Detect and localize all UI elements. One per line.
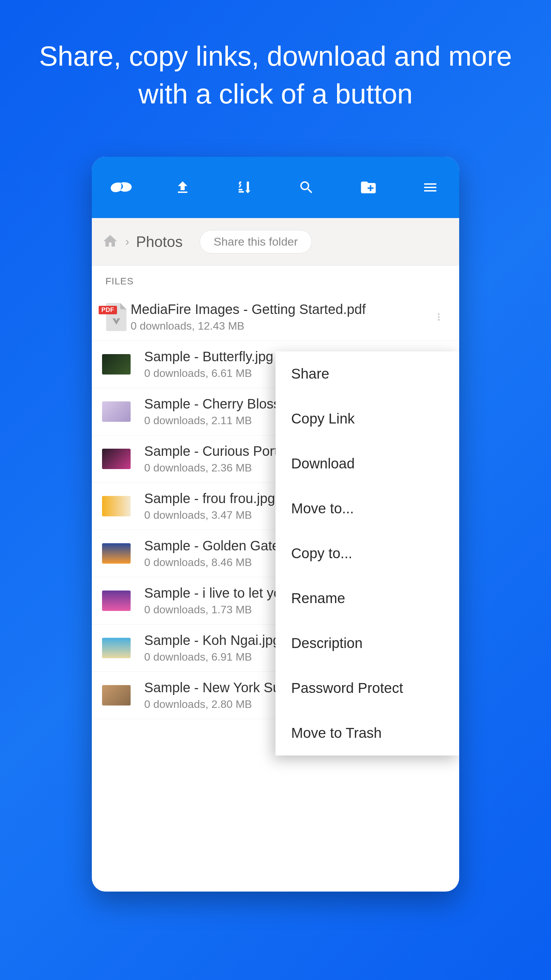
chevron-right-icon: › <box>125 235 129 249</box>
new-folder-icon[interactable] <box>353 172 384 203</box>
menu-description[interactable]: Description <box>276 621 459 666</box>
image-thumbnail <box>102 685 131 705</box>
file-row[interactable]: PDF MediaFire Images - Getting Started.p… <box>92 294 459 341</box>
menu-download[interactable]: Download <box>276 441 459 486</box>
menu-password-protect[interactable]: Password Protect <box>276 666 459 711</box>
pdf-badge: PDF <box>99 306 117 314</box>
image-thumbnail <box>102 638 131 658</box>
pdf-icon: PDF <box>102 302 131 332</box>
marketing-headline: Share, copy links, download and more wit… <box>37 37 514 113</box>
sort-icon[interactable] <box>229 172 260 203</box>
image-thumbnail <box>102 590 131 611</box>
menu-move-to-trash[interactable]: Move to Trash <box>276 711 459 756</box>
image-thumbnail <box>102 543 131 564</box>
file-subtext: 0 downloads, 12.43 MB <box>131 320 428 332</box>
app-logo-icon[interactable] <box>105 172 136 203</box>
section-label: FILES <box>92 266 459 294</box>
breadcrumb: › Photos Share this folder <box>92 218 459 266</box>
breadcrumb-current[interactable]: Photos <box>136 233 183 250</box>
context-menu: Share Copy Link Download Move to... Copy… <box>276 352 459 756</box>
upload-icon[interactable] <box>167 172 198 203</box>
image-thumbnail <box>102 354 131 374</box>
image-thumbnail <box>102 496 131 516</box>
svg-point-0 <box>438 313 440 315</box>
home-icon[interactable] <box>102 233 118 251</box>
share-folder-button[interactable]: Share this folder <box>200 230 312 253</box>
menu-rename[interactable]: Rename <box>276 576 459 621</box>
svg-point-2 <box>438 319 440 321</box>
svg-point-1 <box>438 317 440 318</box>
menu-copy-link[interactable]: Copy Link <box>276 396 459 441</box>
menu-move-to[interactable]: Move to... <box>276 486 459 531</box>
phone-frame: › Photos Share this folder FILES PDF Med… <box>92 157 459 892</box>
search-icon[interactable] <box>291 172 322 203</box>
hamburger-menu-icon[interactable] <box>415 172 446 203</box>
image-thumbnail <box>102 449 131 469</box>
more-icon[interactable] <box>428 307 449 327</box>
file-name: MediaFire Images - Getting Started.pdf <box>131 302 428 317</box>
image-thumbnail <box>102 401 131 422</box>
app-bar <box>92 157 459 218</box>
menu-copy-to[interactable]: Copy to... <box>276 531 459 576</box>
menu-share[interactable]: Share <box>276 352 459 396</box>
